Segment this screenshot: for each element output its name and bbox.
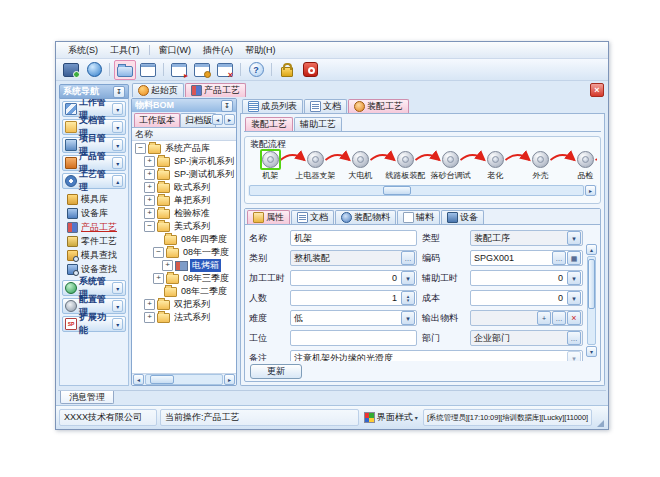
expand-icon[interactable]: +: [144, 312, 155, 323]
flow-horizontal-scrollbar[interactable]: [248, 185, 597, 196]
scroll-left-icon[interactable]: [133, 374, 144, 385]
flow-node-老化[interactable]: 老化: [473, 149, 518, 181]
field-输出物料[interactable]: +…×: [470, 310, 583, 326]
sidebar-item-零件工艺[interactable]: 零件工艺: [67, 235, 126, 247]
sidebar-item-设备查找[interactable]: 设备查找: [67, 263, 126, 275]
workspace-tab-文档[interactable]: 文档: [304, 99, 347, 113]
scroll-down-icon[interactable]: [586, 346, 597, 357]
flow-node-大电机[interactable]: 大电机: [338, 149, 383, 181]
field-备注[interactable]: 注意机架外边缘的光滑度▾: [290, 350, 583, 361]
toolbar-button-window-icon[interactable]: [137, 60, 159, 80]
workspace-tab-成员列表[interactable]: 成员列表: [242, 99, 303, 113]
toolbar-button-system-icon[interactable]: [60, 60, 82, 80]
scroll-right-icon[interactable]: [224, 374, 235, 385]
dropdown-icon[interactable]: ▾: [567, 351, 581, 361]
chevron-down-icon[interactable]: ▾: [112, 121, 123, 133]
spinner-icon[interactable]: ▴▾: [401, 291, 415, 305]
chevron-down-icon[interactable]: ▾: [112, 103, 123, 115]
sidebar-item-设备库[interactable]: 设备库: [67, 207, 126, 219]
tree-node-双把系列[interactable]: +双把系列: [132, 298, 236, 311]
field-辅助工时[interactable]: 0▾: [470, 270, 583, 286]
subtab-装配工艺[interactable]: 装配工艺: [245, 117, 293, 131]
sidebar-item-模具库[interactable]: 模具库: [67, 193, 126, 205]
property-tab-属性[interactable]: 属性: [247, 210, 290, 224]
field-类别[interactable]: 整机装配…: [290, 250, 417, 266]
tree-node-08年三季度[interactable]: +08年三季度: [132, 272, 236, 285]
dropdown-icon[interactable]: ▾: [567, 271, 581, 285]
expand-icon[interactable]: +: [144, 208, 155, 219]
scrollbar-thumb[interactable]: [383, 186, 411, 195]
expand-icon[interactable]: +: [162, 260, 173, 271]
menu-item[interactable]: 插件(A): [197, 43, 239, 58]
tree-node-电烤箱[interactable]: +电烤箱: [132, 259, 236, 272]
tree-node-系统产品库[interactable]: −系统产品库: [132, 142, 236, 155]
sidebar-group-扩展功能[interactable]: 扩展功能▾: [62, 316, 126, 332]
field-人数[interactable]: 1▴▾: [290, 290, 417, 306]
scrollbar-track[interactable]: [145, 374, 223, 385]
flow-node-品检[interactable]: 品检: [563, 149, 597, 181]
update-button[interactable]: 更新: [250, 364, 302, 379]
field-工位[interactable]: [290, 330, 417, 346]
picker-icon[interactable]: ▦: [567, 251, 581, 265]
field-编码[interactable]: SPGX001…▦: [470, 250, 583, 266]
toolbar-button-doc-close-icon[interactable]: [214, 60, 236, 80]
toolbar-button-doc-export-icon[interactable]: [168, 60, 190, 80]
menu-item[interactable]: 系统(S): [62, 43, 104, 58]
tree-node-08年四季度[interactable]: 08年四季度: [132, 233, 236, 246]
scroll-up-icon[interactable]: [586, 244, 597, 255]
field-类型[interactable]: 装配工序▾: [470, 230, 583, 246]
toolbar-button-lock-icon[interactable]: [276, 60, 298, 80]
close-document-icon[interactable]: ×: [590, 83, 604, 97]
expand-icon[interactable]: +: [144, 169, 155, 180]
scroll-left-icon[interactable]: [212, 114, 223, 125]
flow-node-上电器支架[interactable]: 上电器支架: [293, 149, 338, 181]
expand-icon[interactable]: +: [153, 273, 164, 284]
workspace-tab-装配工艺[interactable]: 装配工艺: [348, 99, 409, 113]
menu-item[interactable]: 工具(T): [104, 43, 146, 58]
tree-node-检验标准[interactable]: +检验标准: [132, 207, 236, 220]
tree-node-法式系列[interactable]: +法式系列: [132, 311, 236, 324]
chevron-down-icon[interactable]: ▾: [112, 300, 123, 312]
flow-node-机架[interactable]: 机架: [248, 149, 293, 181]
menu-item[interactable]: 帮助(H): [239, 43, 282, 58]
collapse-icon[interactable]: −: [135, 143, 146, 154]
ellipsis-icon[interactable]: …: [567, 331, 581, 345]
dropdown-icon[interactable]: ▾: [401, 271, 415, 285]
tree-node-美式系列[interactable]: −美式系列: [132, 220, 236, 233]
tree-node-单把系列[interactable]: +单把系列: [132, 194, 236, 207]
toolbar-button-doc-refresh-icon[interactable]: [191, 60, 213, 80]
scrollbar-thumb[interactable]: [150, 375, 174, 384]
sidebar-item-产品工艺[interactable]: 产品工艺: [67, 221, 126, 233]
field-难度[interactable]: 低▾: [290, 310, 417, 326]
menu-item[interactable]: 窗口(W): [153, 43, 198, 58]
chevron-down-icon[interactable]: ▾: [112, 157, 123, 169]
pin-icon[interactable]: [221, 100, 233, 112]
resize-grip[interactable]: [597, 420, 604, 427]
tree-horizontal-scrollbar[interactable]: [132, 373, 236, 385]
bom-tab-工作版本[interactable]: 工作版本: [134, 113, 180, 127]
ellipsis-icon[interactable]: …: [401, 251, 415, 265]
message-manager-tab[interactable]: 消息管理: [60, 391, 114, 404]
expand-icon[interactable]: +: [144, 299, 155, 310]
clear-icon[interactable]: ×: [567, 311, 581, 325]
tree-node-欧式系列[interactable]: +欧式系列: [132, 181, 236, 194]
chevron-down-icon[interactable]: ▾: [112, 139, 123, 151]
ui-style-dropdown[interactable]: 界面样式 ▾: [362, 411, 420, 424]
chevron-down-icon[interactable]: ▾: [112, 282, 123, 294]
field-部门[interactable]: 企业部门…: [470, 330, 583, 346]
flow-node-落砂台调试[interactable]: 落砂台调试: [428, 149, 473, 181]
add-icon[interactable]: +: [537, 311, 551, 325]
scroll-right-icon[interactable]: [224, 114, 235, 125]
property-tab-设备[interactable]: 设备: [441, 210, 484, 224]
form-vertical-scrollbar[interactable]: [586, 244, 597, 357]
scrollbar-track[interactable]: [587, 256, 596, 345]
dropdown-icon[interactable]: ▾: [567, 231, 581, 245]
property-tab-装配物料[interactable]: 装配物料: [335, 210, 396, 224]
doc-tab-起始页[interactable]: 起始页: [132, 83, 184, 97]
collapse-icon[interactable]: −: [144, 221, 155, 232]
toolbar-button-help-icon[interactable]: [245, 60, 267, 80]
flow-node-外壳[interactable]: 外壳: [518, 149, 563, 181]
expand-icon[interactable]: +: [144, 195, 155, 206]
ellipsis-icon[interactable]: …: [552, 251, 566, 265]
sidebar-group-工艺管理[interactable]: 工艺管理▴: [62, 173, 126, 189]
